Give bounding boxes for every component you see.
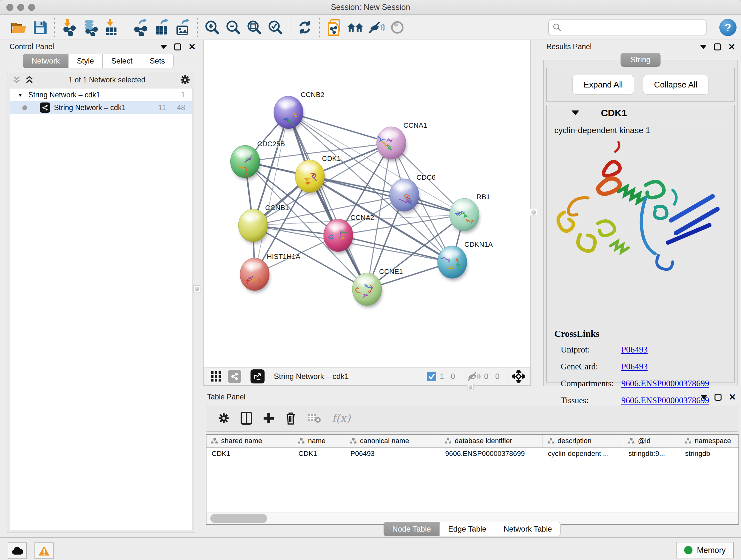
tab-network-table[interactable]: Network Table [495,522,561,537]
compartments-link[interactable]: 9606.ENSP00000378699 [621,379,709,388]
tab-node-table[interactable]: Node Table [384,522,440,537]
hidden-eye-icon[interactable] [468,371,481,382]
detach-view-icon[interactable] [251,369,265,383]
node-RB1[interactable]: RB1 [450,193,490,233]
table-row[interactable]: CDK1CDK1P064939606.ENSP00000378699cyclin… [206,448,738,460]
open-file-icon[interactable] [10,19,27,36]
tab-select[interactable]: Select [103,54,141,68]
zoom-fit-icon[interactable] [246,19,263,36]
node-label-CCNA1: CCNA1 [403,121,427,129]
network-view-canvas[interactable]: CCNB2CCNA1CDC25BCDK1CDC6RB1CCNB1CCNA2CDK… [203,40,531,367]
network-options-gear-icon[interactable] [180,74,191,85]
edge-CDK1-RB1[interactable] [310,176,464,214]
tab-edge-table[interactable]: Edge Table [440,522,495,537]
left-splitter-grip[interactable] [193,286,200,293]
float-panel-icon[interactable] [160,45,167,49]
crosslinks-heading: CrossLinks [554,328,709,339]
edge-CCNB2-HIST1H1A[interactable] [255,112,288,274]
network-edge-count: 48 [177,104,185,112]
protein-card-expander-icon[interactable] [571,111,579,115]
network-collection-row[interactable]: ▼ String Network – cdk1 1 [10,88,192,101]
copy-network-icon[interactable] [326,19,342,36]
pan-mode-icon[interactable] [512,370,525,383]
attribute-icon [211,438,218,444]
network-node-count: 11 [158,104,166,112]
results-panel-title: Results Panel [546,43,592,51]
cell-shared-name[interactable]: CDK1 [206,448,293,460]
show-columns-icon[interactable] [241,412,252,425]
uniprot-link[interactable]: P06493 [621,345,648,355]
node-CDK1[interactable]: CDK1 [295,154,341,195]
expand-all-icon[interactable] [24,76,34,84]
column-header-namespace[interactable]: namespace [680,435,739,447]
export-image-icon[interactable] [175,19,191,36]
refresh-layout-icon[interactable] [296,19,313,36]
genecard-link[interactable]: P06493 [621,362,648,372]
network-birdseye-icon[interactable] [228,370,241,383]
search-input[interactable] [562,23,699,32]
selected-checkbox-icon[interactable] [426,371,436,381]
control-panel-tabs: Network Style Select Sets [23,54,200,68]
warnings-button[interactable] [35,543,54,559]
collapse-all-button[interactable]: Collapse All [643,75,709,95]
collection-label: String Network – cdk1 [28,91,100,99]
cloud-status-button[interactable] [8,543,27,559]
add-column-icon[interactable] [263,413,274,424]
import-table-icon[interactable] [103,19,120,36]
column-header-description[interactable]: description [543,435,623,447]
right-splitter-grip[interactable] [530,209,537,216]
tab-style[interactable]: Style [68,54,103,68]
node-CDKN1A[interactable]: CDKN1A [437,240,493,281]
bottom-splitter-grip[interactable] [467,384,474,390]
delete-column-icon[interactable] [285,412,296,425]
tab-string[interactable]: String [621,53,661,67]
cell-name[interactable]: CDK1 [293,448,345,460]
memory-button[interactable]: Memory [676,542,734,558]
maximize-table-icon[interactable] [715,394,722,401]
home-networks-icon[interactable] [347,19,363,36]
node-HIST1H1A[interactable]: HIST1H1A [240,253,300,293]
help-icon[interactable]: ? [719,19,737,36]
float-results-icon[interactable] [700,45,707,49]
export-network-icon[interactable] [132,19,149,36]
node-CCNA1[interactable]: CCNA1 [377,121,427,162]
close-results-icon[interactable]: ✕ [728,44,735,51]
maximize-results-icon[interactable] [714,44,721,51]
edge-CCNB2-CCNE1[interactable] [288,112,367,289]
column-header--id[interactable]: @id [623,435,680,447]
edge-CCNA2-CDKN1A[interactable] [338,235,452,262]
cell-namespace[interactable]: stringdb [680,448,739,460]
table-options-gear-icon[interactable] [218,412,230,424]
zoom-selected-icon[interactable] [267,19,284,36]
tab-sets[interactable]: Sets [141,54,174,68]
float-table-icon[interactable] [700,395,708,399]
cell-description[interactable]: cyclin-dependent ... [543,448,623,460]
edge-CCNB2-CCNA1[interactable] [288,112,391,143]
cell-canonical-name[interactable]: P06493 [345,448,440,460]
column-header-name[interactable]: name [293,435,345,447]
tab-network[interactable]: Network [23,54,68,68]
collapse-all-icon[interactable] [12,76,21,84]
import-network-database-icon[interactable] [82,19,98,36]
expand-all-button[interactable]: Expand All [572,75,634,95]
collection-expander-icon[interactable]: ▼ [18,92,23,98]
column-header-database-identifier[interactable]: database identifier [440,435,543,447]
save-session-icon[interactable] [31,19,48,36]
close-panel-icon[interactable]: ✕ [188,44,196,51]
maximize-panel-icon[interactable] [174,44,181,51]
zoom-in-icon[interactable] [204,19,220,36]
preview-eye-icon[interactable] [389,19,406,36]
grid-view-icon[interactable] [211,371,221,382]
hide-selected-icon[interactable] [368,19,385,36]
cell-database-identifier[interactable]: 9606.ENSP00000378699 [440,448,543,460]
column-header-shared-name[interactable]: shared name [206,435,293,447]
close-table-icon[interactable]: ✕ [729,394,736,401]
function-builder-icon: f(x) [332,412,350,425]
node-CCNB2[interactable]: CCNB2 [274,91,325,131]
cell--id[interactable]: stringdb:9... [623,448,680,460]
zoom-out-icon[interactable] [225,19,242,36]
network-row[interactable]: String Network – cdk1 11 48 [10,101,192,114]
column-header-canonical-name[interactable]: canonical name [345,435,440,447]
import-network-file-icon[interactable] [61,19,77,36]
export-table-icon[interactable] [153,19,170,36]
